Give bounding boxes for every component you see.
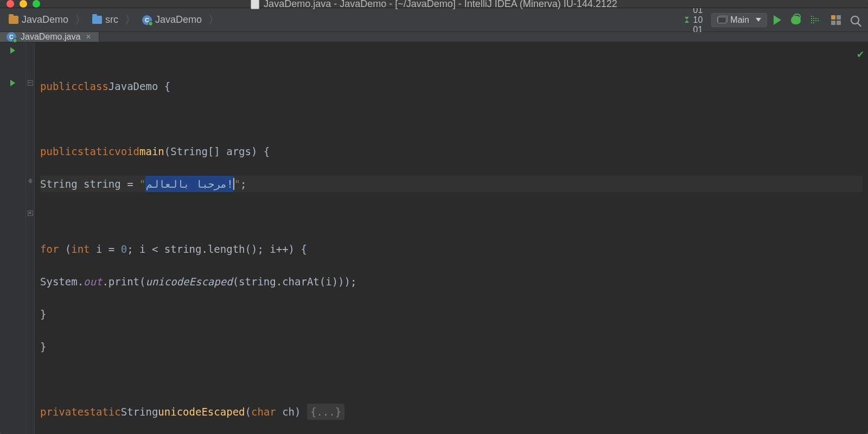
gutter-run-markers bbox=[0, 42, 26, 434]
fold-toggle-icon[interactable]: + bbox=[28, 210, 33, 216]
class-icon: C bbox=[142, 15, 152, 25]
file-icon bbox=[251, 0, 259, 9]
analysis-ok-icon: ✔ bbox=[857, 46, 864, 62]
gutter-fold-markers: − + bbox=[26, 42, 35, 434]
play-icon bbox=[774, 15, 781, 25]
editor-area: − + ✔ public class JavaDemo { public sta… bbox=[0, 42, 868, 434]
breadcrumb-src[interactable]: src bbox=[89, 13, 122, 27]
window-title: JavaDemo.java - JavaDemo - [~/JavaDemo] … bbox=[264, 0, 617, 10]
minimize-window-button[interactable] bbox=[20, 0, 27, 8]
chevron-right-icon: 〉 bbox=[207, 12, 220, 27]
code-editor[interactable]: ✔ public class JavaDemo { public static … bbox=[35, 42, 868, 434]
zoom-window-button[interactable] bbox=[33, 0, 40, 8]
breadcrumb-class[interactable]: C JavaDemo bbox=[139, 13, 205, 27]
window-titlebar: JavaDemo.java - JavaDemo - [~/JavaDemo] … bbox=[0, 0, 868, 8]
editor-tab-javademo[interactable]: C JavaDemo.java × bbox=[0, 32, 99, 42]
main-toolbar: JavaDemo 〉 src 〉 C JavaDemo 〉 011001 bbox=[0, 8, 868, 32]
fold-toggle-icon[interactable]: − bbox=[28, 80, 33, 86]
run-gutter-icon[interactable] bbox=[10, 80, 15, 86]
run-gutter-icon[interactable] bbox=[10, 47, 15, 54]
search-everywhere-button[interactable] bbox=[847, 14, 863, 27]
run-coverage-button[interactable] bbox=[807, 13, 825, 27]
fold-end-icon[interactable] bbox=[28, 178, 33, 183]
run-button[interactable] bbox=[770, 13, 784, 27]
editor-tabs: C JavaDemo.java × bbox=[0, 32, 868, 42]
folder-icon bbox=[9, 16, 18, 24]
run-configuration-select[interactable]: Main bbox=[711, 13, 767, 27]
search-icon bbox=[851, 16, 859, 24]
project-structure-button[interactable] bbox=[828, 13, 844, 27]
breadcrumb: JavaDemo 〉 src 〉 C JavaDemo 〉 bbox=[5, 12, 220, 27]
coverage-icon bbox=[810, 15, 821, 25]
close-window-button[interactable] bbox=[7, 0, 14, 8]
close-tab-button[interactable]: × bbox=[85, 32, 92, 42]
chevron-right-icon: 〉 bbox=[74, 12, 87, 27]
grid-icon bbox=[831, 15, 841, 25]
run-config-icon bbox=[717, 17, 726, 23]
arrows-up-down-icon bbox=[682, 15, 691, 25]
folded-code-marker[interactable]: {...} bbox=[307, 404, 344, 420]
folder-icon bbox=[92, 16, 102, 24]
chevron-right-icon: 〉 bbox=[124, 12, 137, 27]
bug-icon bbox=[791, 16, 801, 24]
debug-button[interactable] bbox=[788, 14, 804, 27]
class-icon: C bbox=[7, 32, 16, 42]
chevron-down-icon bbox=[756, 18, 761, 22]
breadcrumb-project[interactable]: JavaDemo bbox=[5, 13, 72, 27]
